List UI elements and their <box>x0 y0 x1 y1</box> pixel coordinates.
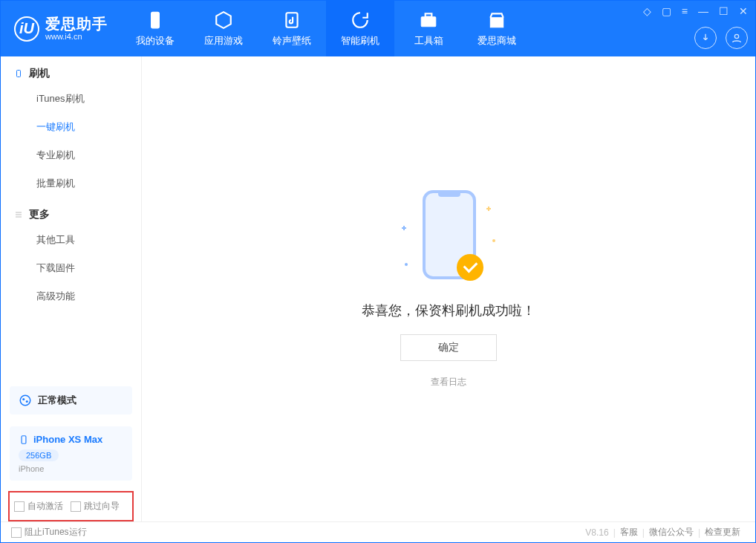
version-label: V8.16 <box>585 527 608 538</box>
download-button[interactable] <box>694 27 717 49</box>
sidebar-section-more: 更多 <box>1 198 141 226</box>
skip-guide-checkbox[interactable]: 跳过向导 <box>71 500 120 513</box>
sidebar-item-other-tools[interactable]: 其他工具 <box>1 226 141 254</box>
auto-activate-checkbox[interactable]: 自动激活 <box>14 500 63 513</box>
tab-label: 应用游戏 <box>204 34 243 48</box>
music-file-icon <box>282 10 302 30</box>
device-type: iPhone <box>19 464 123 473</box>
device-capacity: 256GB <box>19 449 59 461</box>
support-link[interactable]: 客服 <box>620 526 638 539</box>
window-controls: ◇ ▢ ≡ — ☐ ✕ <box>643 5 748 17</box>
app-site: www.i4.cn <box>45 32 108 41</box>
sidebar-item-advanced[interactable]: 高级功能 <box>1 282 141 310</box>
success-message: 恭喜您，保资料刷机成功啦！ <box>362 302 535 319</box>
minimize-button[interactable]: — <box>698 5 708 17</box>
toolbox-icon <box>419 10 438 30</box>
svg-rect-6 <box>17 71 21 77</box>
device-icon <box>14 69 23 78</box>
sidebar-item-batch-flash[interactable]: 批量刷机 <box>1 169 141 198</box>
tab-my-device[interactable]: 我的设备 <box>121 1 189 56</box>
app-logo: iU 爱思助手 www.i4.cn <box>1 1 121 56</box>
highlighted-options: 自动激活 跳过向导 <box>8 491 134 521</box>
maximize-button[interactable]: ☐ <box>719 5 729 17</box>
check-badge-icon <box>457 254 483 281</box>
sidebar-item-download-fw[interactable]: 下载固件 <box>1 254 141 282</box>
tab-apps[interactable]: 应用游戏 <box>189 1 258 56</box>
view-log-link[interactable]: 查看日志 <box>431 376 466 388</box>
sidebar: 刷机 iTunes刷机 一键刷机 专业刷机 批量刷机 更多 其他工具 下载固件 … <box>1 56 142 521</box>
tab-label: 我的设备 <box>136 34 175 48</box>
phone-small-icon <box>19 435 29 445</box>
cube-icon <box>214 10 233 30</box>
svg-point-5 <box>734 34 738 38</box>
app-name: 爱思助手 <box>45 16 108 32</box>
sidebar-section-flash: 刷机 <box>1 56 141 85</box>
device-box[interactable]: iPhone XS Max 256GB iPhone <box>10 426 132 481</box>
check-update-link[interactable]: 检查更新 <box>705 526 740 539</box>
mode-label: 正常模式 <box>38 394 76 407</box>
tab-label: 铃声壁纸 <box>273 34 311 48</box>
svg-point-7 <box>20 395 30 406</box>
tab-store[interactable]: 爱思商城 <box>463 1 531 56</box>
device-name: iPhone XS Max <box>33 434 102 445</box>
sidebar-item-itunes-flash[interactable]: iTunes刷机 <box>1 85 141 113</box>
account-button[interactable] <box>726 27 748 49</box>
svg-rect-4 <box>490 17 503 27</box>
tab-label: 爱思商城 <box>478 34 516 48</box>
phone-icon <box>146 10 165 30</box>
box-icon[interactable]: ▢ <box>662 5 671 17</box>
header-bar: iU 爱思助手 www.i4.cn 我的设备 应用游戏 铃声壁纸 智能刷机 工具… <box>1 1 755 56</box>
wechat-link[interactable]: 微信公众号 <box>649 526 694 539</box>
success-illustration <box>400 190 497 287</box>
tab-ringtone[interactable]: 铃声壁纸 <box>258 1 326 56</box>
tab-label: 智能刷机 <box>341 34 379 48</box>
svg-rect-10 <box>22 435 26 443</box>
list-icon <box>14 210 23 219</box>
block-itunes-checkbox[interactable]: 阻止iTunes运行 <box>11 526 87 539</box>
logo-icon: iU <box>14 16 39 42</box>
svg-point-9 <box>26 400 28 403</box>
tab-flash[interactable]: 智能刷机 <box>326 1 394 56</box>
svg-rect-0 <box>151 12 160 28</box>
svg-rect-3 <box>426 13 432 16</box>
menu-icon[interactable]: ≡ <box>682 5 688 17</box>
sidebar-item-pro-flash[interactable]: 专业刷机 <box>1 141 141 169</box>
main-tabs: 我的设备 应用游戏 铃声壁纸 智能刷机 工具箱 爱思商城 <box>121 1 531 56</box>
footer-bar: 阻止iTunes运行 V8.16 | 客服 | 微信公众号 | 检查更新 <box>1 521 755 542</box>
mode-icon <box>19 394 32 407</box>
tab-toolbox[interactable]: 工具箱 <box>394 1 463 56</box>
refresh-shield-icon <box>351 10 370 30</box>
store-icon <box>487 10 506 30</box>
svg-point-8 <box>22 398 25 400</box>
sidebar-item-one-click[interactable]: 一键刷机 <box>1 113 141 141</box>
main-panel: 恭喜您，保资料刷机成功啦！ 确定 查看日志 <box>142 56 755 521</box>
close-button[interactable]: ✕ <box>739 5 748 17</box>
tab-label: 工具箱 <box>414 34 443 48</box>
tshirt-icon[interactable]: ◇ <box>643 5 651 17</box>
ok-button[interactable]: 确定 <box>400 334 497 361</box>
mode-box[interactable]: 正常模式 <box>10 386 132 414</box>
svg-rect-2 <box>421 16 436 26</box>
